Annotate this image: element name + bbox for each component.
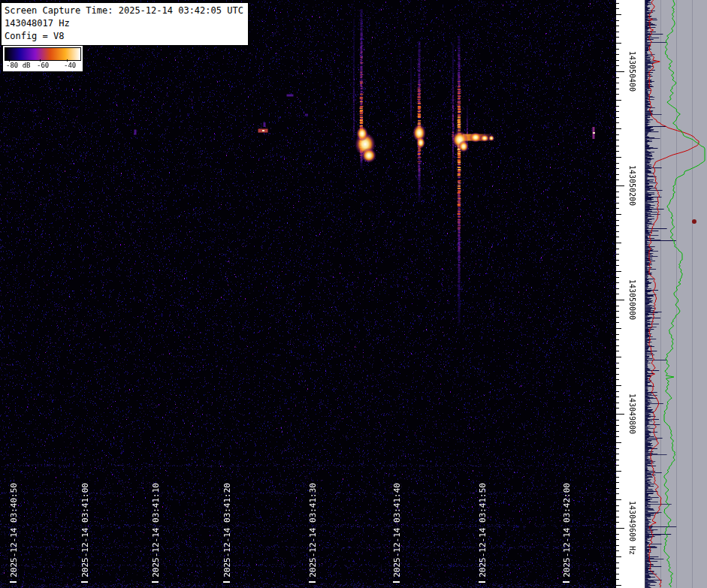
config-text: Config = V8 bbox=[5, 30, 243, 43]
colorbar-labels: -80 dB-60-40 bbox=[5, 61, 81, 70]
colorbar-label: -60 bbox=[37, 62, 49, 69]
freq-axis-label: 143049600 Hz bbox=[628, 501, 636, 555]
frequency-ruler: 1430504001430502001430500001430498001430… bbox=[616, 0, 645, 588]
freq-axis-labels: 1430504001430502001430500001430498001430… bbox=[616, 0, 645, 588]
screen-capture-window: 2025-12-14 03:40:502025-12-14 03:41:0020… bbox=[0, 0, 707, 588]
colorbar-label: -80 dB bbox=[6, 62, 31, 69]
freq-axis-label: 143049800 bbox=[628, 394, 636, 434]
spectrum-side-panel bbox=[645, 0, 707, 588]
capture-time-text: Screen Capture Time: 2025-12-14 03:42:05… bbox=[5, 5, 243, 17]
spectrum-panel-canvas bbox=[645, 0, 707, 588]
intensity-colorbar: -80 dB-60-40 bbox=[3, 46, 83, 71]
capture-info-overlay: Screen Capture Time: 2025-12-14 03:42:05… bbox=[1, 2, 249, 46]
spectrogram-canvas bbox=[0, 0, 616, 588]
colorbar-label: -40 bbox=[64, 62, 76, 69]
freq-axis-label: 143050000 bbox=[628, 279, 636, 320]
freq-axis-label: 143050400 bbox=[628, 51, 636, 92]
colorbar-gradient bbox=[5, 47, 81, 61]
freq-axis-label: 143050200 bbox=[628, 165, 636, 206]
center-frequency-text: 143048017 Hz bbox=[5, 17, 243, 30]
